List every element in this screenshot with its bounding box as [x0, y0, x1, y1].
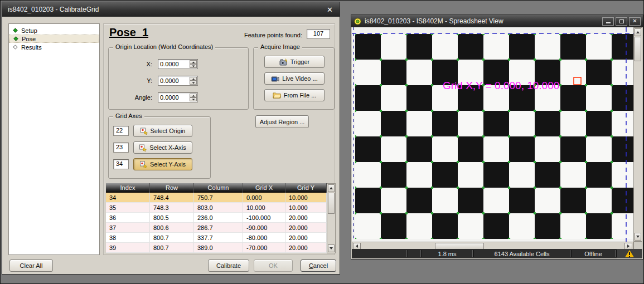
- tree-item-label: Pose: [22, 36, 36, 42]
- spin-down-icon[interactable]: [190, 97, 197, 101]
- cell-grid-x: -90.000: [243, 223, 285, 233]
- cell-row: 800.7: [150, 233, 194, 243]
- tree-item-setup[interactable]: Setup: [9, 26, 99, 35]
- spin-down-icon[interactable]: [190, 64, 197, 68]
- y-spinner: [190, 77, 197, 85]
- table-row[interactable]: 37800.6286.7-90.00020.000: [106, 223, 327, 233]
- y-coordinate-value: 0.0000: [160, 77, 189, 85]
- cell-grid-x: -70.000: [243, 243, 285, 253]
- calibrate-titlebar[interactable]: is8402_010203 - CalibrateGrid ✕: [2, 2, 340, 17]
- status-bar: 1.8 ms 6143 Available Cells Offline: [352, 249, 642, 258]
- cell-grid-y: 10.000: [285, 193, 327, 203]
- grid-axes-group: Grid Axes 22 Select Origin 23 Select X-A…: [108, 116, 211, 179]
- select-x-axis-button-label: Select X-Axis: [149, 144, 186, 151]
- select-origin-button[interactable]: Select Origin: [133, 125, 192, 137]
- step-pending-icon: [13, 45, 17, 49]
- select-x-axis-button[interactable]: Select X-Axis: [133, 141, 192, 154]
- angle-input[interactable]: 0.0000: [158, 92, 198, 102]
- minimize-icon[interactable]: [602, 17, 614, 26]
- clear-all-button[interactable]: Clear All: [9, 259, 53, 272]
- status-available-cells: 6143 Available Cells: [474, 249, 570, 258]
- scroll-down-icon[interactable]: [635, 233, 641, 241]
- trigger-button[interactable]: Trigger: [264, 56, 325, 68]
- calibrate-window-title: is8402_010203 - CalibrateGrid: [2, 6, 99, 13]
- cell-grid-y: 20.000: [285, 243, 327, 253]
- table-row[interactable]: 36800.5236.0-100.00020.000: [106, 213, 327, 223]
- calibration-grid-image: [352, 27, 633, 242]
- spin-up-icon[interactable]: [190, 94, 197, 97]
- close-icon[interactable]: ✕: [629, 17, 641, 26]
- cell-row: 748.4: [150, 193, 194, 203]
- live-video-button-label: Live Video ...: [282, 75, 317, 82]
- ok-button-label: OK: [269, 262, 278, 269]
- cell-row: 800.7: [150, 243, 194, 253]
- calibrate-button[interactable]: Calibrate: [208, 259, 249, 272]
- col-header-row: Row: [150, 183, 194, 193]
- angle-spinner: [190, 94, 197, 101]
- origin-cell-input[interactable]: 22: [113, 126, 129, 136]
- scrollbar-thumb[interactable]: [328, 193, 335, 214]
- y-axis-cell-input[interactable]: 34: [113, 159, 129, 169]
- y-coordinate-input[interactable]: 0.0000: [158, 76, 198, 86]
- origin-location-group: Origin Location (World Coordinates) X: 0…: [108, 47, 249, 110]
- spreadsheet-titlebar[interactable]: is8402_010203 - IS8402M - Spreadsheet Vi…: [351, 15, 643, 27]
- x-axis-cell-input[interactable]: 23: [113, 143, 129, 153]
- table-row[interactable]: 39800.7389.0-70.00020.000: [106, 243, 327, 253]
- image-view[interactable]: Grid X,Y = 0.000, 10.000: [352, 27, 633, 242]
- vertical-scrollbar[interactable]: [633, 27, 642, 242]
- cell-grid-x: -100.000: [243, 213, 285, 223]
- cell-index: 38: [106, 233, 150, 243]
- select-y-axis-button[interactable]: Select Y-Axis: [133, 158, 192, 170]
- status-blank-segment: [352, 249, 406, 258]
- cell-column: 389.0: [194, 243, 243, 253]
- select-point-icon: [141, 128, 148, 135]
- select-y-axis-button-label: Select Y-Axis: [150, 161, 186, 168]
- grid-axes-group-title: Grid Axes: [113, 112, 144, 119]
- close-icon[interactable]: ✕: [320, 6, 340, 14]
- cancel-button-label: Cancel: [309, 262, 328, 269]
- calibrate-button-label: Calibrate: [216, 262, 241, 269]
- live-video-button[interactable]: Live Video ...: [264, 72, 325, 85]
- tree-item-results[interactable]: Results: [9, 43, 99, 51]
- spin-down-icon[interactable]: [190, 81, 197, 85]
- live-video-icon: [271, 75, 279, 82]
- table-scrollbar[interactable]: [327, 183, 336, 253]
- cell-grid-y: 20.000: [285, 213, 327, 223]
- table-row[interactable]: 38800.7337.7-80.00020.000: [106, 233, 327, 243]
- spin-up-icon[interactable]: [190, 77, 197, 81]
- scroll-down-icon[interactable]: [328, 244, 335, 252]
- cell-index: 35: [106, 203, 150, 213]
- tree-item-pose[interactable]: Pose: [9, 35, 99, 43]
- maximize-icon[interactable]: [616, 17, 627, 26]
- scroll-up-icon[interactable]: [635, 28, 641, 36]
- cell-column: 236.0: [194, 213, 243, 223]
- warning-indicator[interactable]: [617, 249, 642, 258]
- select-origin-button-label: Select Origin: [151, 128, 186, 134]
- select-point-icon: [139, 144, 147, 151]
- cell-row: 800.6: [150, 223, 194, 233]
- spin-up-icon[interactable]: [190, 60, 197, 64]
- step-done-icon: [13, 36, 18, 41]
- from-file-button[interactable]: From File ...: [264, 89, 325, 101]
- cell-grid-x: 10.000: [243, 203, 285, 213]
- tree-item-label: Results: [21, 44, 42, 51]
- pose-heading: Pose 1: [109, 26, 148, 39]
- adjust-region-button[interactable]: Adjust Region ...: [255, 115, 309, 128]
- cancel-button[interactable]: Cancel: [301, 259, 336, 272]
- origin-cell-value: 22: [116, 127, 123, 134]
- table-header: Index Row Column Grid X Grid Y: [106, 183, 327, 193]
- ok-button[interactable]: OK: [254, 259, 293, 272]
- x-coordinate-input[interactable]: 0.0000: [158, 59, 198, 69]
- feature-points-value: 107: [307, 29, 330, 39]
- table-row[interactable]: 34748.4750.70.00010.000: [106, 193, 327, 203]
- scroll-up-icon[interactable]: [328, 184, 335, 192]
- cell-grid-x: -80.000: [243, 233, 285, 243]
- scrollbar-thumb[interactable]: [635, 37, 641, 61]
- trigger-button-label: Trigger: [290, 58, 309, 65]
- spreadsheet-window: is8402_010203 - IS8402M - Spreadsheet Vi…: [351, 14, 643, 259]
- cell-grid-y: 20.000: [285, 223, 327, 233]
- table-row[interactable]: 35748.3803.010.00010.000: [106, 203, 327, 213]
- step-tree: Setup Pose Results: [8, 23, 100, 255]
- cell-index: 36: [106, 213, 150, 223]
- cell-column: 750.7: [194, 193, 243, 203]
